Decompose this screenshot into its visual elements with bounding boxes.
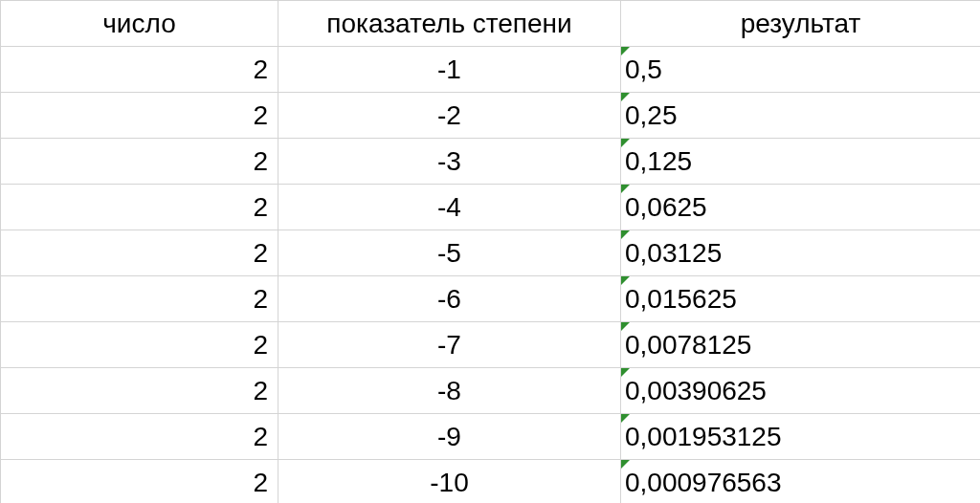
table-row[interactable]: 2-40,0625: [1, 185, 981, 230]
cell-exponent[interactable]: -5: [278, 230, 621, 276]
table-row[interactable]: 2-30,125: [1, 139, 981, 185]
cell-number[interactable]: 2: [1, 185, 278, 230]
cell-result[interactable]: 0,001953125: [621, 414, 981, 460]
header-row[interactable]: число показатель степени результат: [1, 1, 981, 47]
cell-number[interactable]: 2: [1, 47, 278, 93]
header-result[interactable]: результат: [621, 1, 981, 47]
header-exponent[interactable]: показатель степени: [278, 1, 621, 47]
cell-number[interactable]: 2: [1, 460, 278, 504]
cell-number[interactable]: 2: [1, 276, 278, 322]
table-row[interactable]: 2-70,0078125: [1, 322, 981, 368]
cell-exponent[interactable]: -1: [278, 47, 621, 93]
cell-exponent[interactable]: -10: [278, 460, 621, 504]
cell-exponent[interactable]: -4: [278, 185, 621, 230]
cell-exponent[interactable]: -8: [278, 368, 621, 414]
cell-result[interactable]: 0,25: [621, 93, 981, 139]
cell-result[interactable]: 0,5: [621, 47, 981, 93]
cell-number[interactable]: 2: [1, 322, 278, 368]
cell-result[interactable]: 0,015625: [621, 276, 981, 322]
cell-result[interactable]: 0,03125: [621, 230, 981, 276]
cell-exponent[interactable]: -7: [278, 322, 621, 368]
table-row[interactable]: 2-50,03125: [1, 230, 981, 276]
cell-number[interactable]: 2: [1, 230, 278, 276]
spreadsheet-table[interactable]: число показатель степени результат 2-10,…: [0, 0, 980, 503]
table-row[interactable]: 2-60,015625: [1, 276, 981, 322]
cell-exponent[interactable]: -2: [278, 93, 621, 139]
cell-result[interactable]: 0,0625: [621, 185, 981, 230]
table-row[interactable]: 2-100,000976563: [1, 460, 981, 504]
table-row[interactable]: 2-90,001953125: [1, 414, 981, 460]
cell-number[interactable]: 2: [1, 139, 278, 185]
cell-result[interactable]: 0,0078125: [621, 322, 981, 368]
cell-result[interactable]: 0,125: [621, 139, 981, 185]
cell-result[interactable]: 0,00390625: [621, 368, 981, 414]
cell-number[interactable]: 2: [1, 93, 278, 139]
cell-exponent[interactable]: -6: [278, 276, 621, 322]
header-number[interactable]: число: [1, 1, 278, 47]
cell-exponent[interactable]: -3: [278, 139, 621, 185]
cell-result[interactable]: 0,000976563: [621, 460, 981, 504]
cell-exponent[interactable]: -9: [278, 414, 621, 460]
cell-number[interactable]: 2: [1, 414, 278, 460]
table-row[interactable]: 2-20,25: [1, 93, 981, 139]
cell-number[interactable]: 2: [1, 368, 278, 414]
table-row[interactable]: 2-80,00390625: [1, 368, 981, 414]
table-row[interactable]: 2-10,5: [1, 47, 981, 93]
